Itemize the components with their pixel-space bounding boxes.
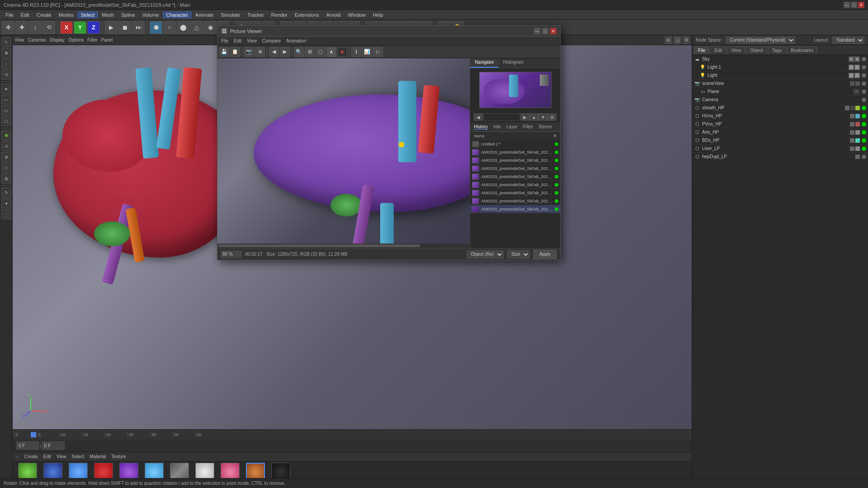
- minimize-btn[interactable]: —: [844, 2, 850, 8]
- tool-torus[interactable]: ◉: [204, 21, 217, 34]
- view-menu-filter[interactable]: Filter: [87, 38, 97, 42]
- side-tool-mograph[interactable]: ⋮: [1, 209, 11, 219]
- menu-animate[interactable]: Animate: [192, 11, 217, 19]
- viewport-settings-btn[interactable]: ⚙: [683, 37, 690, 44]
- tool-sphere[interactable]: ○: [163, 21, 176, 34]
- viewport-layout-btn[interactable]: ⊞: [665, 37, 672, 44]
- pv-tool-fit[interactable]: ⊞: [305, 47, 315, 57]
- side-tool-obj[interactable]: ⬡: [1, 116, 11, 126]
- obj-row-bds[interactable]: ⬡ BDs_HP: [692, 136, 868, 145]
- obj-row-light1[interactable]: 💡 Light.1 ✓ ✓: [692, 63, 868, 71]
- menu-simulate[interactable]: Simulate: [217, 11, 244, 19]
- mat-menu-material[interactable]: Material: [90, 454, 106, 459]
- side-tool-polys[interactable]: ▭: [1, 105, 11, 115]
- hist-tab-stereo[interactable]: Stereo: [538, 124, 552, 129]
- obj-tab-edit[interactable]: Edit: [710, 47, 726, 54]
- pv-tool-save[interactable]: 💾: [219, 47, 229, 57]
- pv-tool-render[interactable]: ▷: [373, 47, 383, 57]
- obj-row-sky[interactable]: ☁ Sky ● ●: [692, 55, 868, 63]
- pv-menu-edit[interactable]: Edit: [234, 38, 241, 43]
- obj-row-liver[interactable]: ⬡ Liver_LP: [692, 145, 868, 153]
- tool-cylinder[interactable]: ⬤: [177, 21, 189, 34]
- mat-menu-create[interactable]: Create: [24, 454, 38, 459]
- mat-menu-view[interactable]: View: [57, 454, 66, 459]
- menu-tracker[interactable]: Tracker: [244, 11, 268, 19]
- pv-tool-save2[interactable]: 📋: [230, 47, 240, 57]
- pv-menu-view[interactable]: View: [247, 38, 257, 43]
- obj-row-pvns[interactable]: ⬡ PVns_HP: [692, 120, 868, 128]
- pv-scrollbar-thumb-h[interactable]: [218, 244, 420, 247]
- pv-obj-select[interactable]: Object (Re): [467, 250, 504, 258]
- pv-restore-btn[interactable]: □: [542, 28, 548, 34]
- view-menu-options[interactable]: Options: [68, 38, 84, 42]
- tool-play[interactable]: ▶: [105, 21, 118, 34]
- history-row-0[interactable]: Untitled 2 *: [470, 140, 560, 148]
- pv-menu-compare[interactable]: Compare: [262, 38, 281, 43]
- side-tool-axis[interactable]: ⊗: [1, 152, 11, 162]
- history-row-6[interactable]: AMI2015_presModelSet_SkFab_20211029 *: [470, 189, 560, 197]
- pv-tool-next[interactable]: ▶: [280, 47, 290, 57]
- pv-canvas[interactable]: [217, 58, 470, 248]
- mat-menu-edit[interactable]: Edit: [43, 454, 51, 459]
- tool-add[interactable]: ✚: [15, 21, 28, 34]
- pv-zoom-input[interactable]: [221, 251, 241, 258]
- timeline-ruler[interactable]: 0 5 10 15 20 25 30 35 40: [13, 430, 692, 440]
- obj-row-light[interactable]: 💡 Light ✓ ✓: [692, 71, 868, 80]
- pv-tool-hist[interactable]: 📊: [362, 47, 372, 57]
- menu-mesh[interactable]: Mesh: [98, 11, 118, 19]
- menu-select[interactable]: Select: [77, 11, 99, 19]
- obj-row-hepdupl[interactable]: ⬡ hepDupl_LP: [692, 153, 868, 161]
- mat-menu-texture[interactable]: Texture: [111, 454, 126, 459]
- obj-row-sheath[interactable]: ⬡ sheath_HP: [692, 104, 868, 112]
- frame-end-input[interactable]: [42, 441, 65, 450]
- obj-row-camera[interactable]: 📷 Camera: [692, 96, 868, 104]
- pv-tool-info[interactable]: ℹ: [351, 47, 361, 57]
- history-row-7[interactable]: AMI2015_presModelSet_SkFab_20211029 *: [470, 197, 560, 205]
- tool-scale[interactable]: ↕: [29, 21, 42, 34]
- obj-row-plane[interactable]: ▭ Plane M: [692, 88, 868, 96]
- pv-minimize-btn[interactable]: —: [534, 28, 540, 34]
- viewport-maximize-btn[interactable]: ◲: [674, 37, 681, 44]
- menu-render[interactable]: Render: [268, 11, 291, 19]
- frame-start-input[interactable]: [16, 441, 39, 450]
- close-btn[interactable]: ✕: [858, 2, 864, 8]
- side-tool-points[interactable]: ●: [1, 84, 11, 94]
- pv-nav-up[interactable]: ▲: [529, 113, 538, 121]
- side-tool-move[interactable]: ✥: [1, 48, 11, 58]
- mat-hamburger[interactable]: ≡: [16, 454, 19, 459]
- pv-close-btn[interactable]: ✕: [550, 28, 557, 34]
- history-row-1[interactable]: AMI2015_presModelSet_SkFab_20211029 *: [470, 148, 560, 156]
- side-tool-snap[interactable]: ⊙: [1, 141, 11, 151]
- menu-extensions[interactable]: Extensions: [291, 11, 323, 19]
- tool-move[interactable]: ✥: [2, 21, 14, 34]
- side-tool-sculpt[interactable]: ✦: [1, 198, 11, 208]
- tool-x[interactable]: X: [60, 21, 73, 34]
- pv-nav-filter-btn[interactable]: ▼: [538, 113, 547, 121]
- side-tool-grid[interactable]: ⊞: [1, 174, 11, 183]
- maximize-btn[interactable]: □: [851, 2, 857, 8]
- pv-nav-right[interactable]: ▶: [520, 113, 529, 121]
- layout-select[interactable]: Standard: [832, 37, 864, 44]
- pv-tool-prev[interactable]: ◀: [269, 47, 279, 57]
- side-tool-wf[interactable]: □: [1, 163, 11, 173]
- pv-tab-navigator[interactable]: Navigator: [470, 58, 499, 68]
- pv-tool-region[interactable]: ⬡: [316, 47, 326, 57]
- pv-tool-zoom[interactable]: 🔍: [294, 47, 304, 57]
- side-tool-live[interactable]: ⊕: [1, 130, 11, 140]
- obj-tab-object[interactable]: Object: [746, 47, 767, 54]
- obj-row-hvns[interactable]: ⬡ HVns_HP: [692, 112, 868, 120]
- view-menu-display[interactable]: Display: [50, 38, 65, 42]
- menu-arnold[interactable]: Arnold: [323, 11, 344, 19]
- pv-size-select[interactable]: Size: [507, 250, 530, 258]
- pv-tool-camera[interactable]: 📷: [244, 47, 254, 57]
- side-tool-bp[interactable]: ✎: [1, 188, 11, 197]
- pv-menu-animation[interactable]: Animation: [286, 38, 306, 43]
- hist-tab-history[interactable]: History: [474, 124, 488, 130]
- node-space-select[interactable]: Current (Standard/Physical): [726, 37, 795, 44]
- pv-apply-button[interactable]: Apply: [533, 250, 557, 259]
- obj-row-arts[interactable]: ⬡ Arts_HP: [692, 128, 868, 136]
- view-menu-cameras[interactable]: Cameras: [28, 38, 47, 42]
- pv-nav-more[interactable]: ⊞: [547, 113, 557, 121]
- hist-tab-filter[interactable]: Filter: [523, 124, 533, 129]
- pv-menu-file[interactable]: File: [221, 38, 228, 43]
